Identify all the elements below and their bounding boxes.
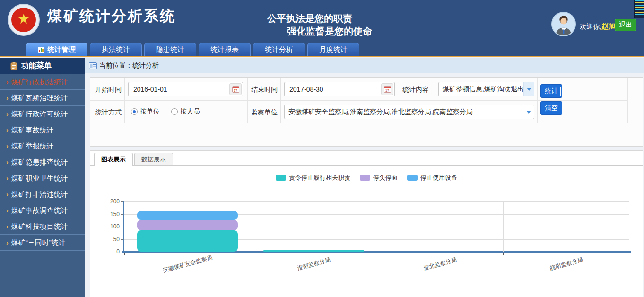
- sidebar-item-accident-investigation[interactable]: ›煤矿事故调查统计: [0, 202, 85, 218]
- content-select[interactable]: 煤矿整顿信息,煤矿淘汰退出信息 ,煤矿: [438, 82, 534, 96]
- main-nav: 统计管理 执法统计 隐患统计 统计报表 统计分析 月度统计: [26, 43, 359, 56]
- sidebar-header-label: 功能菜单: [21, 61, 52, 71]
- nav-tab-statistics-report[interactable]: 统计报表: [199, 43, 251, 56]
- sidebar-item-accident[interactable]: ›煤矿事故统计: [0, 122, 85, 138]
- chevron-right-icon: ›: [6, 78, 9, 86]
- welcome-prefix: 欢迎你,: [580, 23, 601, 30]
- location-panel-icon: [89, 62, 97, 69]
- radio-label: 按人员: [180, 107, 200, 116]
- sidebar-item-label: 煤矿打非治违统计: [11, 190, 68, 198]
- submit-button[interactable]: 统计: [540, 84, 562, 98]
- page-title: 煤矿统计分析系统: [47, 6, 176, 26]
- sidebar-item-report[interactable]: ›煤矿举报统计: [0, 138, 85, 154]
- nav-tab-statistics-management[interactable]: 统计管理: [26, 43, 87, 56]
- sidebar: 功能菜单 ›煤矿行政执法统计 ›煤矿瓦斯治理统计 ›煤矿行政许可统计 ›煤矿事故…: [0, 58, 85, 297]
- y-tick-label: 150: [101, 211, 120, 218]
- y-tick-label: 0: [101, 248, 120, 255]
- nav-tab-hazard-statistics[interactable]: 隐患统计: [144, 43, 196, 56]
- chart-panel: 图表展示 数据展示 责令停止履行相关职责停头停面停止使用设备 050100150…: [90, 150, 643, 297]
- unit-select[interactable]: 安徽煤矿安全监察局,淮南监察分局,淮北监察分局,皖南监察分局: [284, 105, 534, 119]
- gridline: [629, 201, 629, 252]
- calendar-button[interactable]: [381, 83, 393, 95]
- avatar: [551, 12, 576, 36]
- bar-segment[interactable]: [137, 230, 238, 252]
- radio-by-unit[interactable]: 按单位: [131, 107, 160, 116]
- nav-tab-label: 执法统计: [102, 45, 130, 54]
- app-header: 煤矿统计分析系统 公平执法是您的职责 强化监督是您的使命 欢迎你,赵旭东 退出 …: [0, 0, 644, 57]
- content-select-value: 煤矿整顿信息,煤矿淘汰退出信息 ,煤矿: [439, 85, 523, 94]
- sidebar-item-admin-enforcement[interactable]: ›煤矿行政执法统计: [0, 74, 85, 90]
- y-tick-mark: [121, 201, 123, 202]
- x-tick-mark: [377, 253, 377, 255]
- chevron-down-icon: [523, 82, 534, 96]
- sidebar-item-occupational-health[interactable]: ›煤矿职业卫生统计: [0, 170, 85, 186]
- calendar-button[interactable]: [229, 83, 242, 95]
- sidebar-item-label: 煤矿科技项目统计: [11, 222, 68, 230]
- sidebar-item-label: 煤矿举报统计: [11, 142, 54, 150]
- y-tick-mark: [121, 214, 123, 215]
- sidebar-header: 功能菜单: [0, 58, 85, 74]
- logout-button[interactable]: 退出: [615, 19, 636, 31]
- x-tick-label: 皖南监察分局: [549, 256, 584, 272]
- query-form: 开始时间 2016-01-01 结束时间 2017-08-30 统计内容 煤矿整…: [90, 77, 643, 147]
- nav-tab-enforcement-statistics[interactable]: 执法统计: [90, 43, 142, 56]
- slogan: 公平执法是您的职责 强化监督是您的使命: [267, 12, 372, 38]
- sidebar-item-three-simultaneous[interactable]: ›煤矿“三同时”统计: [0, 235, 85, 251]
- bar-segment[interactable]: [137, 211, 238, 220]
- main-content: 当前位置：统计分析 开始时间 2016-01-01 结束时间 2017-08-3…: [85, 58, 644, 297]
- chart-area: 050100150200安徽煤矿安全监察局淮南监察分局淮北监察分局皖南监察分局: [90, 151, 643, 297]
- method-radio-group: 按单位 按人员: [131, 107, 200, 116]
- start-time-input[interactable]: 2016-01-01: [128, 82, 243, 96]
- sidebar-item-admin-permit[interactable]: ›煤矿行政许可统计: [0, 106, 85, 122]
- nav-tab-label: 月度统计: [319, 45, 348, 54]
- sidebar-item-label: 煤矿行政执法统计: [11, 78, 68, 86]
- end-time-input[interactable]: 2017-08-30: [284, 82, 395, 96]
- chevron-right-icon: ›: [6, 126, 9, 134]
- y-tick-label: 50: [101, 236, 120, 243]
- nav-tab-label: 统计报表: [210, 45, 239, 54]
- nav-tab-statistics-analysis[interactable]: 统计分析: [253, 43, 305, 56]
- chevron-right-icon: ›: [6, 94, 9, 102]
- y-tick-label: 100: [101, 223, 120, 230]
- y-tick-mark: [121, 227, 123, 227]
- nav-tab-label: 统计分析: [265, 45, 293, 54]
- bar-segment[interactable]: [263, 250, 365, 252]
- nav-tab-monthly-statistics[interactable]: 月度统计: [307, 43, 359, 56]
- chevron-down-icon: [523, 105, 534, 119]
- chevron-right-icon: ›: [6, 158, 9, 166]
- chevron-right-icon: ›: [6, 223, 9, 230]
- clipboard-icon: [10, 62, 17, 70]
- unit-select-value: 安徽煤矿安全监察局,淮南监察分局,淮北监察分局,皖南监察分局: [285, 108, 523, 116]
- sidebar-item-illegal-crackdown[interactable]: ›煤矿打非治违统计: [0, 186, 85, 202]
- radio-label: 按单位: [140, 107, 160, 116]
- start-time-value: 2016-01-01: [129, 86, 229, 93]
- gridline: [251, 201, 251, 252]
- sidebar-item-label: 煤矿行政许可统计: [11, 110, 68, 118]
- radio-icon: [171, 108, 178, 115]
- gridline: [503, 201, 504, 252]
- content-label: 统计内容: [402, 86, 429, 94]
- bar-segment[interactable]: [137, 220, 238, 231]
- star-icon: [17, 13, 30, 25]
- sidebar-item-label: 煤矿隐患排查统计: [11, 158, 68, 166]
- breadcrumb-label: 当前位置：统计分析: [99, 61, 159, 70]
- sidebar-item-gas-control[interactable]: ›煤矿瓦斯治理统计: [0, 90, 85, 106]
- sidebar-item-label: 煤矿事故统计: [11, 126, 54, 134]
- x-tick-label: 淮南监察分局: [296, 256, 331, 272]
- end-time-value: 2017-08-30: [285, 86, 381, 93]
- chevron-right-icon: ›: [6, 239, 9, 246]
- user-icon: [552, 13, 575, 35]
- radio-by-person[interactable]: 按人员: [171, 107, 200, 116]
- chevron-right-icon: ›: [6, 191, 9, 198]
- sidebar-item-hazard-inspection[interactable]: ›煤矿隐患排查统计: [0, 154, 85, 170]
- bar-chart-icon: [38, 47, 44, 53]
- x-tick-mark: [124, 253, 125, 255]
- gridline: [377, 201, 377, 252]
- clear-button[interactable]: 清空: [540, 101, 562, 115]
- sidebar-item-tech-project[interactable]: ›煤矿科技项目统计: [0, 218, 85, 235]
- chevron-right-icon: ›: [6, 110, 9, 118]
- building-icon: [634, 0, 644, 18]
- x-tick-mark: [251, 253, 251, 255]
- chevron-right-icon: ›: [6, 142, 9, 150]
- unit-label: 监察单位: [251, 108, 278, 117]
